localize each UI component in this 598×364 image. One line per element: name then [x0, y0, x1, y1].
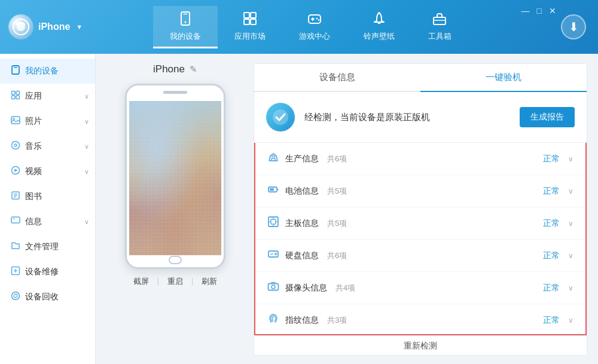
svg-rect-8 [251, 19, 256, 25]
generate-report-button[interactable]: 生成报告 [520, 107, 575, 127]
sidebar-label-my-device: 我的设备 [25, 66, 59, 77]
phone-frame [125, 84, 225, 269]
download-button[interactable]: ⬇ [561, 14, 586, 39]
sidebar-chevron-music[interactable]: ∨ [84, 143, 89, 151]
svg-rect-5 [244, 13, 249, 18]
sidebar-chevron-apps[interactable]: ∨ [84, 93, 89, 100]
count-fingerprint: 共3项 [327, 315, 347, 326]
sidebar-item-video[interactable]: 视频 ∨ [0, 159, 95, 184]
status-production: 正常 [543, 154, 560, 164]
nav-item-ringtone[interactable]: 铃声壁纸 [347, 6, 411, 48]
svg-point-55 [271, 285, 275, 289]
svg-point-23 [13, 118, 15, 120]
sidebar-icon-video [11, 166, 20, 178]
close-button[interactable]: ✕ [549, 6, 556, 16]
label-fingerprint: 指纹信息 [285, 315, 319, 326]
device-name: iPhone [153, 63, 185, 75]
info-row-motherboard[interactable]: 主板信息 共5项 正常 ∨ [255, 207, 585, 240]
count-harddisk: 共6项 [327, 250, 347, 261]
svg-point-25 [14, 144, 17, 146]
svg-rect-44 [270, 188, 274, 191]
status-battery: 正常 [543, 186, 560, 197]
info-row-production[interactable]: 生产信息 共6项 正常 ∨ [255, 143, 585, 175]
main-layout: 我的设备 应用 ∨ 照片 ∨ [0, 54, 598, 364]
tab-one-check[interactable]: 一键验机 [420, 64, 587, 92]
sidebar-item-files[interactable]: 文件管理 [0, 234, 95, 259]
restart-button[interactable]: 重启 [167, 276, 183, 287]
check-result-area: 经检测，当前设备是原装正版机 生成报告 [254, 92, 587, 143]
info-row-battery[interactable]: 电池信息 共5项 正常 ∨ [255, 175, 585, 207]
label-battery: 电池信息 [285, 186, 319, 197]
status-camera: 正常 [543, 283, 560, 293]
svg-point-13 [318, 19, 319, 21]
maximize-button[interactable]: □ [537, 6, 542, 16]
sidebar-icon-files [11, 241, 20, 253]
nav-item-my-device[interactable]: 我的设备 [153, 6, 218, 48]
tab-device-info[interactable]: 设备信息 [254, 64, 420, 91]
svg-rect-18 [12, 91, 16, 95]
sidebar-item-music[interactable]: 音乐 ∨ [0, 134, 95, 159]
svg-rect-14 [434, 17, 446, 25]
svg-rect-54 [269, 284, 279, 290]
sidebar-label-books: 图书 [25, 191, 42, 202]
recheck-button[interactable]: 重新检测 [404, 341, 437, 351]
svg-rect-19 [16, 91, 20, 95]
sidebar-item-recycle[interactable]: 设备回收 [0, 285, 95, 310]
svg-rect-6 [251, 13, 256, 18]
nav-item-app-market[interactable]: 应用市场 [218, 6, 282, 48]
sidebar-chevron-video[interactable]: ∨ [84, 168, 89, 176]
icon-motherboard [267, 216, 279, 231]
svg-point-38 [273, 109, 288, 125]
main-nav: 我的设备 应用市场 [60, 6, 561, 48]
nav-icon-ringtone [371, 11, 387, 29]
svg-rect-46 [271, 219, 276, 224]
sidebar-icon-music [11, 140, 20, 152]
phone-speaker [163, 91, 187, 94]
sidebar-icon-recycle [11, 291, 20, 303]
window-controls: — □ ✕ [521, 6, 556, 16]
label-production: 生产信息 [285, 154, 319, 164]
edit-device-name-icon[interactable]: ✎ [190, 64, 197, 75]
nav-label-app-market: 应用市场 [234, 31, 266, 42]
chevron-motherboard[interactable]: ∨ [568, 219, 573, 228]
svg-point-37 [12, 292, 20, 300]
minimize-button[interactable]: — [521, 6, 530, 16]
info-row-fingerprint[interactable]: 指纹信息 共3项 正常 ∨ [255, 304, 585, 335]
chevron-fingerprint[interactable]: ∨ [568, 316, 573, 325]
svg-rect-32 [11, 217, 20, 223]
screenshot-button[interactable]: 截屏 [133, 276, 149, 287]
chevron-harddisk[interactable]: ∨ [568, 252, 573, 260]
chevron-production[interactable]: ∨ [568, 155, 573, 163]
svg-rect-43 [277, 189, 279, 190]
info-row-harddisk[interactable]: 硬盘信息 共6项 正常 ∨ [255, 240, 585, 272]
content-area: iPhone ✎ 截屏 | 重启 | 刷新 [96, 54, 598, 364]
sidebar-label-messages: 信息 [25, 216, 42, 227]
svg-point-12 [316, 17, 318, 19]
icon-camera [267, 280, 279, 295]
sidebar-item-photos[interactable]: 照片 ∨ [0, 109, 95, 134]
nav-item-game-center[interactable]: 游戏中心 [282, 6, 347, 48]
icon-battery [267, 183, 279, 198]
device-title: iPhone ✎ [153, 63, 197, 75]
nav-item-toolbox[interactable]: 工具箱 [411, 6, 468, 48]
sidebar-icon-repair [11, 266, 20, 278]
status-fingerprint: 正常 [543, 315, 560, 326]
sidebar-item-repair[interactable]: 设备维修 [0, 259, 95, 285]
sidebar-chevron-messages[interactable]: ∨ [84, 218, 89, 226]
sidebar-icon-apps [11, 90, 20, 102]
sidebar-item-messages[interactable]: 信息 ∨ [0, 209, 95, 234]
chevron-camera[interactable]: ∨ [568, 284, 573, 292]
sidebar-label-files: 文件管理 [25, 241, 59, 252]
check-result-icon [266, 103, 295, 131]
chevron-battery[interactable]: ∨ [568, 187, 573, 195]
label-camera: 摄像头信息 [285, 283, 327, 293]
info-row-camera[interactable]: 摄像头信息 共4项 正常 ∨ [255, 272, 585, 304]
sidebar-item-books[interactable]: 图书 [0, 184, 95, 209]
svg-rect-21 [16, 96, 20, 99]
sidebar-item-my-device[interactable]: 我的设备 [0, 59, 95, 84]
sidebar-item-apps[interactable]: 应用 ∨ [0, 84, 95, 109]
sidebar-icon-photos [11, 115, 20, 127]
sidebar-chevron-photos[interactable]: ∨ [84, 118, 89, 126]
sidebar-label-recycle: 设备回收 [25, 292, 59, 302]
refresh-button[interactable]: 刷新 [202, 276, 217, 287]
